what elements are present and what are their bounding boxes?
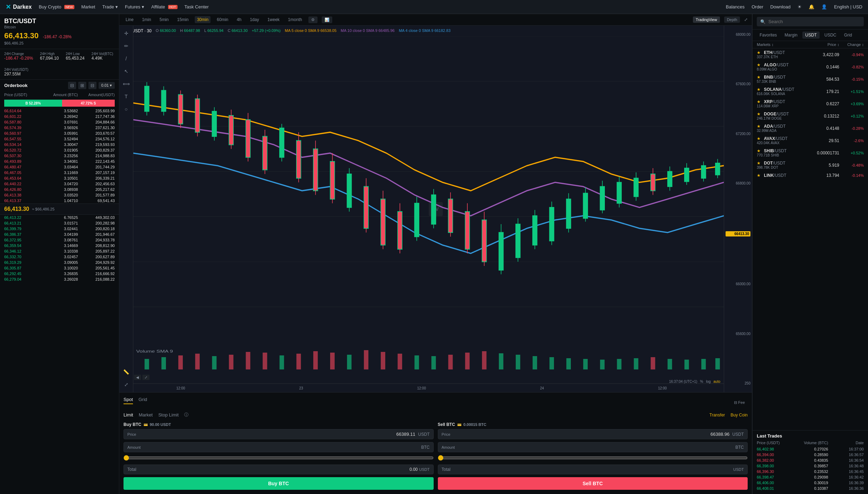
search-input[interactable]	[768, 19, 860, 24]
list-item[interactable]: ★ AVAX/USDT 420.04K AVAX 29.51 -2.6%	[753, 134, 868, 147]
sell-price-input[interactable]	[450, 432, 730, 437]
favorite-star[interactable]: ★	[757, 87, 761, 92]
nav-affilate[interactable]: Affilate HOT	[151, 4, 178, 9]
table-row[interactable]: 66,614.643.53682235,603.99	[0, 108, 119, 114]
favorite-star[interactable]: ★	[757, 173, 761, 178]
list-item[interactable]: ★ ALGO/USDT 8.09M ALGO 0.1446 -0.82%	[753, 61, 868, 73]
nav-balances[interactable]: Balances	[726, 4, 745, 9]
table-row[interactable]: 66,440.223.04720202,456.63	[0, 181, 119, 187]
table-row[interactable]: 66,399.793.02441200,820.18	[0, 226, 119, 232]
nav-market[interactable]: Market	[81, 4, 95, 9]
interval-5min[interactable]: 5min	[158, 16, 171, 23]
sell-amount-input[interactable]	[455, 445, 733, 450]
table-row[interactable]: 66,480.473.03464201,744.29	[0, 164, 119, 170]
table-row[interactable]: 66,292.453.26835216,666.92	[0, 271, 119, 276]
interval-line[interactable]: Line	[123, 16, 136, 23]
tool-text[interactable]: T	[121, 92, 131, 101]
table-row[interactable]: 66,279.043.26028216,088.22	[0, 276, 119, 282]
chart-pct-btn[interactable]: %	[700, 380, 703, 383]
chart-expand-btn[interactable]: ⤢	[744, 17, 748, 22]
favorite-star[interactable]: ★	[757, 50, 761, 55]
order-type-limit[interactable]: Limit	[123, 412, 133, 418]
table-row[interactable]: 66,372.953.08761204,933.78	[0, 237, 119, 243]
chart-drawing-btn[interactable]: 📊	[322, 16, 332, 23]
table-row[interactable]: 66,453.643.10501206,339.21	[0, 175, 119, 181]
list-item[interactable]: ★ XRP/USDT 114.06M XRP 0.6227 +3.69%	[753, 98, 868, 110]
nav-futures[interactable]: Futures ▾	[125, 4, 144, 9]
favorite-star[interactable]: ★	[757, 136, 761, 141]
interval-15min[interactable]: 15min	[175, 16, 191, 23]
favorite-star[interactable]: ★	[757, 99, 761, 104]
buy-amount-input[interactable]	[141, 445, 419, 450]
buy-slider[interactable]	[123, 455, 434, 461]
tab-grid[interactable]: Grid	[139, 397, 147, 404]
nav-language[interactable]: English | USD	[834, 4, 862, 9]
table-row[interactable]: 66,359.543.14669208,812.90	[0, 243, 119, 248]
buy-price-input[interactable]	[136, 432, 415, 437]
table-row[interactable]: 66,413.226.76525449,302.03	[0, 215, 119, 220]
list-item[interactable]: ★ DOT/USDT 398.78K DOT 5.919 -0.48%	[753, 159, 868, 171]
table-row[interactable]: 66,413.371.0471069,541.43	[0, 198, 119, 203]
favorite-star[interactable]: ★	[757, 75, 761, 80]
chart-indicators-btn[interactable]: ⚙	[308, 16, 318, 23]
table-row[interactable]: 66,574.393.56926237,621.30	[0, 125, 119, 131]
tool-expand-chart[interactable]: ⤢	[121, 380, 131, 389]
order-type-stop-limit[interactable]: Stop Limit	[158, 412, 179, 418]
tool-trendline[interactable]: /	[121, 54, 131, 64]
ob-view-all[interactable]: ⊟	[68, 82, 76, 89]
interval-60min[interactable]: 60min	[215, 16, 231, 23]
nav-notifications[interactable]: 🔔	[809, 4, 814, 9]
filter-usdc[interactable]: USDC	[822, 32, 839, 39]
table-row[interactable]: 66,520.723.01905200,829.37	[0, 147, 119, 153]
interval-1min[interactable]: 1min	[140, 16, 153, 23]
favorite-star[interactable]: ★	[757, 148, 761, 153]
tool-pencil[interactable]: ✏	[121, 41, 131, 51]
nav-profile[interactable]: 👤	[821, 4, 827, 9]
interval-1day[interactable]: 1day	[248, 16, 261, 23]
filter-usdt[interactable]: USDT	[802, 32, 820, 39]
order-type-market[interactable]: Market	[139, 412, 153, 418]
interval-4h[interactable]: 4h	[235, 16, 243, 23]
tool-cursor[interactable]: ↖	[121, 66, 131, 76]
table-row[interactable]: 66,467.053.11669207,157.19	[0, 170, 119, 175]
logo[interactable]: ✕ Darkex	[6, 3, 32, 11]
nav-trade[interactable]: Trade ▾	[102, 4, 118, 9]
table-row[interactable]: 66,346.123.10338205,897.22	[0, 248, 119, 254]
table-row[interactable]: 66,426.803.08938205,217.62	[0, 187, 119, 192]
table-row[interactable]: 66,332.703.02457200,627.89	[0, 254, 119, 260]
favorite-star[interactable]: ★	[757, 124, 761, 129]
chart-tradingview-btn[interactable]: TradingView	[693, 16, 720, 23]
chart-expand-icon[interactable]: ⤢	[142, 375, 149, 380]
table-row[interactable]: 66,413.213.01571200,282.98	[0, 220, 119, 226]
chart-auto-btn[interactable]: auto	[714, 380, 720, 383]
list-item[interactable]: ★ SOLANA/USDT 616.06K SOLANA 179.21 +1.5…	[753, 85, 868, 98]
ob-precision[interactable]: 0.01 ▾	[99, 82, 115, 89]
table-row[interactable]: 66,560.973.05991203,670.57	[0, 131, 119, 136]
nav-download[interactable]: Download	[770, 4, 790, 9]
tool-measure[interactable]: ⟺	[121, 79, 131, 89]
filter-favorites[interactable]: Favorites	[757, 32, 780, 39]
interval-30min[interactable]: 30min	[195, 16, 211, 23]
table-row[interactable]: 66,386.373.04199201,946.67	[0, 232, 119, 237]
favorite-star[interactable]: ★	[757, 62, 761, 67]
chart-scroll-left[interactable]: ◀	[134, 375, 141, 380]
nav-buy-crypto[interactable]: Buy Crypto NEW	[39, 4, 74, 9]
favorite-star[interactable]: ★	[757, 161, 761, 166]
interval-1week[interactable]: 1week	[265, 16, 282, 23]
list-item[interactable]: ★ LINK/USDT 13.794 -0.14%	[753, 171, 868, 180]
table-row[interactable]: 66,507.303.23256214,988.83	[0, 153, 119, 159]
list-item[interactable]: ★ SHIB/USDT 770.71B SHIB 0.00001731 +0.5…	[753, 147, 868, 159]
table-row[interactable]: 66,493.893.34081222,143.45	[0, 159, 119, 164]
table-row[interactable]: 66,413.383.03520201,577.89	[0, 192, 119, 198]
chart-log-btn[interactable]: log	[706, 380, 710, 383]
order-info-icon[interactable]: ⓘ	[184, 412, 188, 418]
table-row[interactable]: 66,547.553.52494234,576.12	[0, 136, 119, 142]
favorite-star[interactable]: ★	[757, 112, 761, 116]
table-row[interactable]: 66,319.293.09005204,929.92	[0, 260, 119, 265]
list-item[interactable]: ★ ADA/USDT 32.99M ADA 0.4148 -0.28%	[753, 122, 868, 134]
table-row[interactable]: 66,601.223.26942217,747.36	[0, 114, 119, 119]
sell-submit-button[interactable]: Sell BTC	[438, 477, 748, 490]
ob-view-asks[interactable]: ⊟	[88, 82, 96, 89]
tab-spot[interactable]: Spot	[123, 397, 133, 404]
chart-depth-btn[interactable]: Depth	[724, 16, 740, 23]
